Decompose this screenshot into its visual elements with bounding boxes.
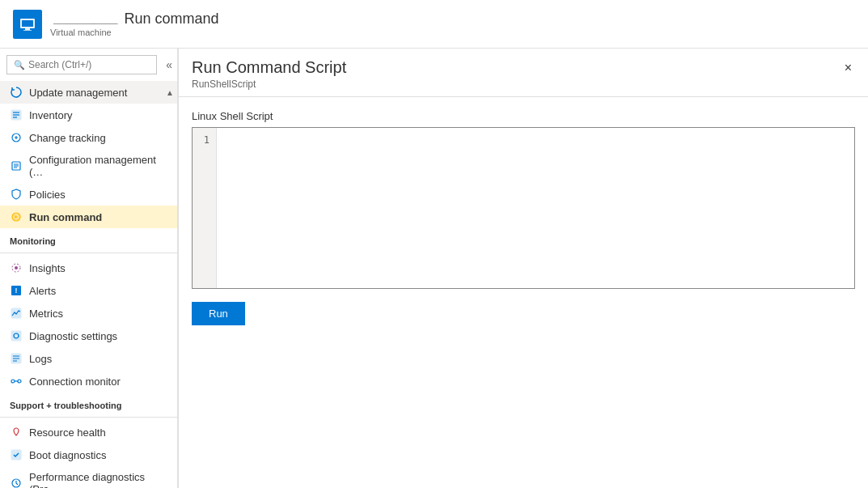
script-panel-title: Run Command Script [192, 58, 346, 77]
sidebar-item-update-management[interactable]: Update management ▲ [0, 81, 177, 104]
sidebar-item-performance-diagnostics[interactable]: Performance diagnostics (Pre… [0, 466, 177, 488]
configuration-management-label: Configuration management (… [29, 154, 167, 178]
boot-diagnostics-label: Boot diagnostics [29, 449, 106, 461]
sidebar-item-insights[interactable]: Insights [0, 257, 177, 279]
line-number-1: 1 [199, 134, 210, 146]
svg-rect-17 [11, 331, 21, 341]
close-script-panel-button[interactable]: × [841, 58, 855, 78]
run-button[interactable]: Run [192, 302, 245, 325]
script-panel-subtitle: RunShellScript [192, 79, 346, 90]
change-tracking-icon [10, 131, 23, 144]
header-title: Run command [125, 11, 219, 28]
search-icon: 🔍 [14, 60, 25, 70]
svg-point-21 [18, 380, 21, 383]
search-input[interactable] [28, 59, 150, 70]
script-panel-header: Run Command Script RunShellScript × [179, 49, 868, 97]
sidebar-item-connection-monitor[interactable]: Connection monitor [0, 370, 177, 393]
support-section-header: Support + troubleshooting [0, 393, 177, 414]
sidebar-item-policies[interactable]: Policies [0, 183, 177, 206]
diagnostic-settings-label: Diagnostic settings [29, 330, 117, 342]
expand-icon: ▲ [166, 88, 174, 97]
sidebar-item-resource-health[interactable]: Resource health [0, 421, 177, 443]
alerts-label: Alerts [29, 285, 56, 297]
performance-diagnostics-icon [10, 477, 23, 488]
policies-icon [10, 188, 23, 201]
run-command-icon [10, 210, 23, 223]
header-text: ___________ Run command Virtual machine [50, 11, 219, 37]
resource-health-label: Resource health [29, 426, 106, 439]
performance-diagnostics-label: Performance diagnostics (Pre… [29, 471, 167, 488]
search-box[interactable]: 🔍 [6, 55, 157, 74]
svg-point-12 [15, 266, 18, 269]
svg-text:!: ! [15, 286, 18, 295]
monitoring-divider [0, 252, 177, 253]
insights-label: Insights [29, 262, 66, 274]
resource-health-icon [10, 426, 23, 439]
sidebar-item-inventory[interactable]: Inventory [0, 104, 177, 126]
svg-rect-3 [23, 30, 32, 31]
sidebar-item-alerts[interactable]: ! Alerts [0, 279, 177, 302]
alerts-icon: ! [10, 284, 23, 297]
script-editor-wrap: 1 [192, 127, 855, 289]
metrics-label: Metrics [29, 308, 63, 320]
header-subtitle: Virtual machine [50, 28, 219, 37]
script-panel-body: Linux Shell Script 1 Run [179, 97, 868, 488]
svg-rect-2 [25, 28, 30, 30]
support-divider [0, 417, 177, 418]
sidebar-item-diagnostic-settings[interactable]: Diagnostic settings [0, 325, 177, 347]
diagnostic-settings-icon [10, 329, 23, 342]
script-panel-title-group: Run Command Script RunShellScript [192, 58, 346, 90]
update-management-icon [10, 86, 23, 99]
page-header: ___________ Run command Virtual machine [0, 0, 868, 49]
main-layout: 🔍 « Update management ▲ Inventory Ch [0, 49, 868, 488]
change-tracking-label: Change tracking [29, 132, 106, 144]
sidebar-item-logs[interactable]: Logs [0, 347, 177, 370]
connection-monitor-icon [10, 375, 23, 388]
monitoring-section-header: Monitoring [0, 228, 177, 249]
logs-label: Logs [29, 353, 52, 365]
logs-icon [10, 352, 23, 365]
metrics-icon [10, 307, 23, 320]
connection-monitor-label: Connection monitor [29, 376, 121, 388]
content-area: Run Command uses the VM agent to run scr… [178, 49, 868, 488]
update-management-label: Update management [29, 87, 127, 99]
collapse-sidebar-button[interactable]: « [161, 55, 177, 74]
sidebar-item-run-command[interactable]: Run command [0, 206, 177, 228]
svg-rect-1 [22, 20, 33, 27]
sidebar-item-change-tracking[interactable]: Change tracking [0, 126, 177, 149]
inventory-icon [10, 108, 23, 121]
policies-label: Policies [29, 189, 66, 201]
script-textarea[interactable] [217, 128, 854, 288]
boot-diagnostics-icon [10, 448, 23, 461]
sidebar-item-metrics[interactable]: Metrics [0, 302, 177, 325]
script-label: Linux Shell Script [192, 110, 855, 122]
vm-icon [13, 10, 42, 39]
configuration-management-icon [10, 159, 23, 172]
svg-point-20 [11, 380, 15, 383]
inventory-label: Inventory [29, 109, 72, 121]
run-command-label: Run command [29, 211, 102, 223]
sidebar: 🔍 « Update management ▲ Inventory Ch [0, 49, 178, 488]
sidebar-item-configuration-management[interactable]: Configuration management (… [0, 149, 177, 183]
sidebar-item-boot-diagnostics[interactable]: Boot diagnostics [0, 443, 177, 466]
insights-icon [10, 261, 23, 274]
script-panel: Run Command Script RunShellScript × Linu… [178, 49, 868, 488]
line-numbers: 1 [193, 128, 217, 288]
vm-name: ___________ [53, 13, 118, 25]
